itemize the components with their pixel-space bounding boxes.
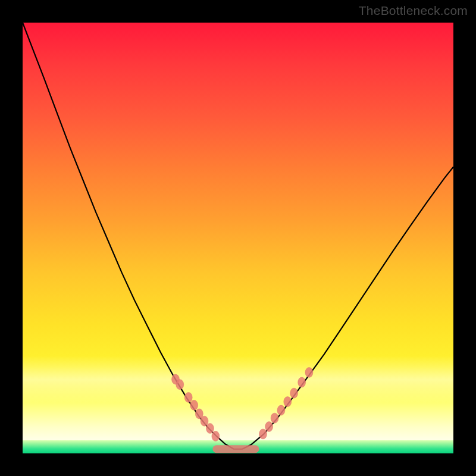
bottleneck-curve [23, 23, 453, 449]
datapoint-dot [265, 422, 273, 432]
datapoint-dot [190, 400, 198, 410]
datapoint-dot [298, 377, 306, 387]
datapoint-dot [184, 392, 192, 402]
datapoint-dot [271, 413, 278, 423]
datapoint-dot [290, 388, 298, 398]
datapoint-dot [176, 380, 184, 390]
datapoint-dot [305, 367, 313, 377]
plot-area [23, 23, 453, 453]
datapoint-dot [206, 424, 214, 434]
datapoint-dot [212, 431, 220, 441]
datapoint-dot [284, 397, 292, 407]
chart-frame: TheBottleneck.com [0, 0, 476, 476]
datapoint-dot [201, 416, 208, 426]
datapoint-markers [172, 367, 313, 441]
datapoint-dot [277, 405, 285, 415]
curve-layer [23, 23, 453, 453]
datapoint-dot [259, 429, 267, 439]
watermark-text: TheBottleneck.com [359, 4, 468, 18]
